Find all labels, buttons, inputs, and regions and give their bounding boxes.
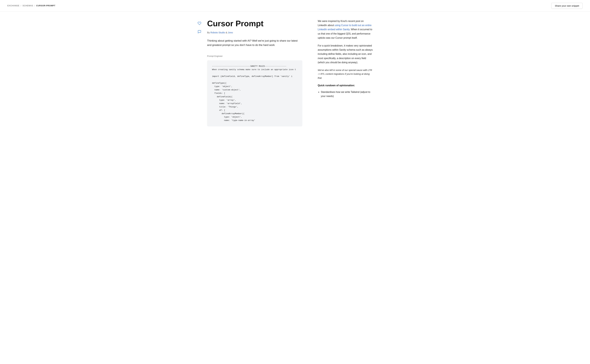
- right-panel-italic: We've also left in some of our special s…: [318, 68, 373, 80]
- right-panel-section-heading: Quick rundown of opinionation:: [318, 84, 373, 87]
- breadcrumb-schemas: SCHEMAS: [22, 4, 33, 7]
- right-panel-paragraph1: We were inspired by Knut's recent post o…: [318, 19, 373, 40]
- comment-icon: [198, 30, 201, 34]
- code-section: Prompt Engineer ------------------------…: [207, 55, 302, 126]
- comment-button[interactable]: [197, 29, 202, 35]
- like-button[interactable]: [197, 21, 202, 26]
- byline: By Roboto Studio & Jono: [207, 31, 302, 34]
- bullet-item-text: Standardises how we write Tailwind (adju…: [321, 91, 370, 98]
- breadcrumb-sep2: /: [34, 4, 35, 7]
- bullet-item: Standardises how we write Tailwind (adju…: [321, 90, 373, 98]
- right-panel-paragraph2: For a quick breakdown, it makes very opi…: [318, 44, 373, 65]
- main-content: Cursor Prompt By Roboto Studio & Jono Th…: [188, 12, 402, 134]
- bullet-list: Standardises how we write Tailwind (adju…: [318, 90, 373, 98]
- share-snippet-button[interactable]: Share your own snippet: [551, 3, 583, 9]
- code-block: --------------------------------SANITY R…: [207, 60, 302, 127]
- sidebar-icons: [195, 12, 204, 134]
- byline-sep: &: [226, 31, 228, 34]
- code-section-label: Prompt Engineer: [207, 55, 302, 58]
- breadcrumb-sep1: /: [20, 4, 21, 7]
- heart-icon: [198, 21, 201, 25]
- author2-name: Jono: [228, 31, 233, 34]
- breadcrumb-exchange: EXCHANGE: [7, 4, 19, 7]
- byline-prefix: By: [207, 31, 210, 34]
- breadcrumb-current: CURSOR-PROMPT: [36, 4, 55, 7]
- content-area: Cursor Prompt By Roboto Studio & Jono Th…: [204, 12, 308, 134]
- author2-link[interactable]: Jono: [228, 31, 233, 34]
- top-bar: EXCHANGE / SCHEMAS / CURSOR-PROMPT Share…: [0, 0, 590, 12]
- author1-name: Roboto Studio: [210, 31, 225, 34]
- author1-link[interactable]: Roboto Studio: [210, 31, 225, 34]
- page-title: Cursor Prompt: [207, 19, 302, 28]
- right-panel: We were inspired by Knut's recent post o…: [308, 12, 373, 134]
- page-description: Thinking about getting started with AI? …: [207, 39, 302, 47]
- breadcrumb: EXCHANGE / SCHEMAS / CURSOR-PROMPT: [7, 4, 55, 7]
